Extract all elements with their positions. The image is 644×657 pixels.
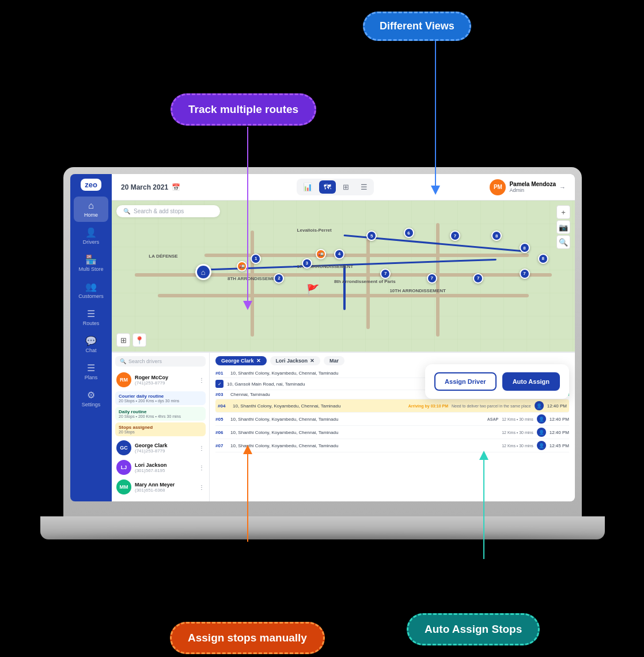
customers-icon: 👥 bbox=[85, 281, 97, 292]
map-label-levallois: Levallois-Perret bbox=[297, 228, 332, 233]
driver-options-lori[interactable]: ⋮ bbox=[199, 465, 204, 471]
driver-name-mary: Mary Ann Meyer bbox=[135, 482, 195, 488]
stop-note-4: Need to deliver two parcel in the same p… bbox=[452, 404, 531, 408]
sidebar-item-customers[interactable]: 👥 Customers bbox=[74, 277, 108, 303]
map-city: 8th Arrondissement of Paris bbox=[334, 279, 396, 284]
tab-george[interactable]: George Clark ✕ bbox=[215, 356, 267, 365]
logout-icon[interactable]: → bbox=[559, 184, 566, 191]
sidebar-label-drivers: Drivers bbox=[83, 239, 100, 245]
driver-phone-roger: (741)253-8779 bbox=[135, 380, 195, 386]
tab-mar[interactable]: Mar bbox=[324, 356, 344, 365]
marker-2: 2 bbox=[274, 273, 284, 284]
plans-icon: ☰ bbox=[87, 363, 95, 373]
assign-driver-button[interactable]: Assign Driver bbox=[434, 372, 497, 391]
sidebar-item-routes[interactable]: ☰ Routes bbox=[74, 304, 108, 330]
sidebar-item-settings[interactable]: ⚙ Settings bbox=[74, 386, 108, 411]
sidebar-label-settings: Settings bbox=[82, 402, 101, 407]
layers-button[interactable]: ⊞ bbox=[116, 333, 130, 347]
stop-checkbox-2[interactable]: ✓ bbox=[215, 380, 223, 388]
marker-10: 7 bbox=[427, 273, 437, 284]
map-bottom-controls: ⊞ 📍 bbox=[116, 333, 146, 347]
tab-george-close[interactable]: ✕ bbox=[256, 358, 261, 364]
laptop-base-shadow bbox=[23, 536, 622, 548]
stop-time-7: 12:45 PM bbox=[550, 443, 569, 448]
sidebar-label-multistore: Multi Store bbox=[78, 266, 103, 272]
map-view-button[interactable]: 🗺 bbox=[319, 180, 336, 194]
tab-lori-label: Lori Jackson bbox=[276, 358, 308, 364]
stop-icon-7: 👤 bbox=[537, 441, 546, 450]
driver-item-lori[interactable]: LJ Lori Jackson (301)567-8195 ⋮ bbox=[115, 458, 206, 477]
driver-item-mary[interactable]: MM Mary Ann Meyer (301)651-6368 ⋮ bbox=[115, 477, 206, 497]
map-area: Levallois-Perret LA DÉFENSE 17TH ARRONDI… bbox=[112, 201, 575, 352]
search-map-button[interactable]: 🔍 bbox=[556, 235, 570, 249]
marker-4: 4 bbox=[334, 249, 344, 259]
view-switcher: 📊 🗺 ⊞ ☰ bbox=[297, 179, 374, 195]
map-background: Levallois-Perret LA DÉFENSE 17TH ARRONDI… bbox=[112, 201, 575, 352]
sidebar-item-drivers[interactable]: 👤 Drivers bbox=[74, 223, 108, 249]
driver-name-george: George Clark bbox=[135, 443, 195, 448]
stop-num-4: #04 bbox=[218, 403, 229, 409]
stop-note-5: 12 Kms • 30 mins bbox=[502, 417, 533, 421]
tab-mar-label: Mar bbox=[329, 358, 339, 364]
screenshot-button[interactable]: 📷 bbox=[556, 220, 570, 234]
marker-6: 6 bbox=[404, 228, 414, 238]
list-view-button[interactable]: ☰ bbox=[356, 180, 372, 194]
drivers-search-bar[interactable]: 🔍 Search drivers bbox=[115, 356, 206, 367]
home-marker: ⌂ bbox=[195, 264, 211, 280]
user-avatar: PM bbox=[490, 179, 506, 195]
card-courier-sub: 20 Stops • 200 Kms • dys 30 mins bbox=[119, 399, 202, 403]
sidebar-item-chat[interactable]: 💬 Chat bbox=[74, 331, 108, 357]
stop-icon-5: 👤 bbox=[537, 414, 546, 424]
driver-options-roger[interactable]: ⋮ bbox=[199, 377, 204, 383]
laptop-shell: zeo ⌂ Home 👤 Drivers 🏪 Multi Store 👥 Cus… bbox=[63, 167, 582, 519]
marker-11: 7 bbox=[473, 273, 483, 284]
sidebar-item-plans[interactable]: ☰ Plans bbox=[74, 358, 108, 384]
calendar-icon[interactable]: 📅 bbox=[172, 183, 180, 191]
map-search-bar[interactable]: 🔍 Search & add stops bbox=[116, 205, 220, 217]
driver-avatar-george: GC bbox=[116, 440, 131, 455]
marker-8: 8 bbox=[491, 231, 502, 241]
map-controls: + 📷 🔍 bbox=[556, 205, 570, 249]
tab-lori-close[interactable]: ✕ bbox=[310, 358, 315, 364]
sidebar-item-home[interactable]: ⌂ Home bbox=[74, 197, 108, 222]
sidebar-item-multistore[interactable]: 🏪 Multi Store bbox=[74, 250, 108, 276]
app-header: 20 March 2021 📅 📊 🗺 ⊞ ☰ PM Pamela Mendoz… bbox=[112, 174, 575, 201]
date-text: 20 March 2021 bbox=[121, 183, 168, 191]
driver-info-roger: Roger McCoy (741)253-8779 bbox=[135, 375, 195, 386]
stop-addr-5: 10, Shanthi Colony, Koyambedu, Chennai, … bbox=[230, 417, 484, 422]
driver-card-daily[interactable]: Daily routine 20 Stops • 200 Kms • 4hrs … bbox=[115, 407, 206, 421]
auto-assign-button[interactable]: Auto Assign bbox=[502, 372, 560, 391]
grid-view-button[interactable]: ⊞ bbox=[338, 180, 354, 194]
sidebar-label-chat: Chat bbox=[85, 348, 96, 353]
marker-truck2: 🚛 bbox=[316, 249, 326, 259]
user-name: Pamela Mendoza bbox=[509, 181, 556, 187]
card-stops-title: Stops assigned bbox=[119, 425, 202, 430]
stop-num-1: #01 bbox=[215, 371, 227, 376]
card-courier-title: Courier daily routine bbox=[119, 394, 202, 399]
driver-card-courier[interactable]: Courier daily routine 20 Stops • 200 Kms… bbox=[115, 391, 206, 405]
card-daily-sub: 20 Stops • 200 Kms • 4hrs 30 mins bbox=[119, 414, 202, 418]
tab-george-label: George Clark bbox=[221, 358, 254, 364]
driver-card-stops[interactable]: Stops assigned 20 Stops bbox=[115, 422, 206, 436]
satellite-button[interactable]: 📍 bbox=[132, 333, 146, 347]
driver-info-mary: Mary Ann Meyer (301)651-6368 bbox=[135, 482, 195, 493]
user-role: Admin bbox=[509, 187, 556, 193]
driver-info-george: George Clark (741)253-8779 bbox=[135, 443, 195, 454]
driver-info-lori: Lori Jackson (301)567-8195 bbox=[135, 462, 195, 473]
driver-name-roger: Roger McCoy bbox=[135, 375, 195, 380]
tab-lori[interactable]: Lori Jackson ✕ bbox=[270, 356, 321, 365]
driver-item-roger[interactable]: RM Roger McCoy (741)253-8779 ⋮ bbox=[115, 370, 206, 390]
driver-options-mary[interactable]: ⋮ bbox=[199, 484, 204, 490]
driver-item-george[interactable]: GC George Clark (741)253-8779 ⋮ bbox=[115, 438, 206, 458]
stop-icon-6: 👤 bbox=[537, 428, 546, 437]
sidebar-label-customers: Customers bbox=[78, 293, 104, 299]
chart-view-button[interactable]: 📊 bbox=[298, 180, 317, 194]
flag-marker: 🚩 bbox=[306, 284, 319, 296]
zoom-in-button[interactable]: + bbox=[556, 205, 570, 219]
marker-5: 5 bbox=[366, 231, 377, 241]
marker-7: 7 bbox=[450, 231, 460, 241]
driver-options-george[interactable]: ⋮ bbox=[199, 445, 204, 451]
marker-truck: 🚛 bbox=[237, 261, 247, 271]
marker-12: 7 bbox=[520, 269, 530, 279]
search-drivers-placeholder: Search drivers bbox=[128, 358, 162, 364]
